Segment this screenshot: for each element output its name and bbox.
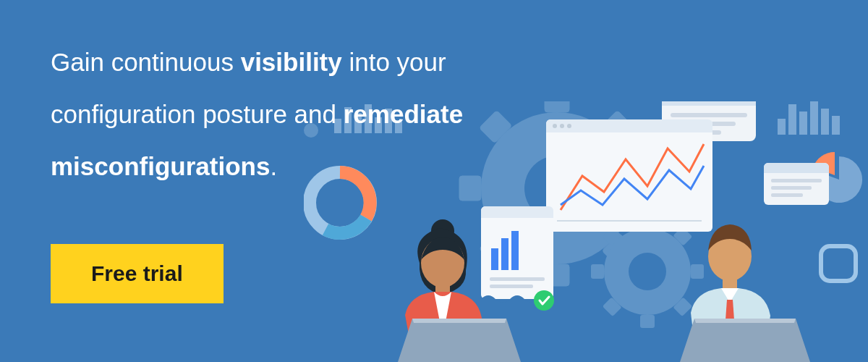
svg-rect-1 [545, 101, 569, 112]
svg-rect-48 [546, 126, 712, 132]
svg-rect-4 [633, 176, 655, 201]
svg-rect-35 [788, 104, 796, 135]
svg-point-10 [604, 228, 691, 315]
svg-rect-46 [546, 119, 712, 232]
line-chart-icon [561, 166, 704, 205]
svg-rect-15 [673, 227, 692, 246]
promo-heading: Gain continuous visibility into your con… [51, 36, 528, 192]
svg-rect-45 [771, 193, 803, 197]
svg-rect-8 [602, 233, 634, 266]
svg-rect-18 [673, 297, 692, 316]
dashboard-icon [546, 119, 712, 232]
svg-rect-42 [764, 168, 829, 173]
line-chart-icon [561, 144, 704, 210]
svg-rect-17 [603, 227, 622, 246]
laptop-icon [398, 319, 521, 362]
heading-bold1: visibility [241, 48, 342, 76]
gear-icon [591, 215, 704, 328]
svg-rect-32 [671, 122, 736, 126]
checkmark-badge-icon [534, 290, 554, 311]
svg-rect-14 [691, 264, 704, 279]
svg-rect-12 [640, 315, 655, 328]
svg-rect-28 [662, 101, 756, 141]
svg-point-70 [733, 353, 747, 362]
svg-rect-5 [602, 111, 634, 143]
svg-rect-11 [640, 215, 655, 228]
svg-rect-29 [662, 101, 756, 106]
heading-part3: . [270, 152, 277, 180]
pie-chart-icon [813, 152, 862, 203]
laptop-icon [680, 319, 810, 362]
svg-rect-41 [764, 163, 829, 173]
svg-rect-2 [545, 264, 569, 286]
svg-rect-16 [603, 297, 622, 316]
svg-rect-39 [832, 116, 840, 135]
svg-rect-31 [671, 113, 747, 117]
svg-rect-44 [771, 186, 812, 190]
svg-rect-36 [799, 111, 807, 135]
svg-point-9 [524, 156, 590, 221]
svg-point-67 [708, 232, 752, 281]
svg-rect-37 [810, 101, 818, 135]
svg-rect-38 [821, 109, 829, 135]
person-man-illustration [691, 224, 770, 362]
svg-point-65 [430, 353, 444, 362]
svg-rect-47 [546, 119, 712, 132]
svg-rect-30 [662, 101, 756, 106]
svg-point-49 [553, 124, 557, 128]
svg-rect-34 [778, 119, 786, 135]
dialog-box-icon [662, 101, 756, 141]
heading-part1: Gain continuous [51, 48, 241, 76]
svg-rect-13 [591, 264, 604, 279]
rounded-square-icon [821, 246, 856, 281]
svg-rect-33 [671, 130, 721, 135]
svg-point-19 [629, 253, 666, 290]
svg-point-69 [714, 353, 728, 362]
svg-rect-40 [764, 163, 829, 205]
dialog-box-icon [764, 163, 829, 205]
bar-chart-icon [778, 101, 840, 135]
svg-point-50 [560, 124, 564, 128]
promo-content: Gain continuous visibility into your con… [51, 36, 528, 303]
svg-point-66 [446, 353, 460, 362]
free-trial-button[interactable]: Free trial [51, 244, 224, 303]
svg-point-61 [534, 290, 554, 311]
svg-rect-43 [771, 179, 822, 182]
svg-rect-68 [723, 277, 737, 290]
svg-point-51 [567, 124, 571, 128]
